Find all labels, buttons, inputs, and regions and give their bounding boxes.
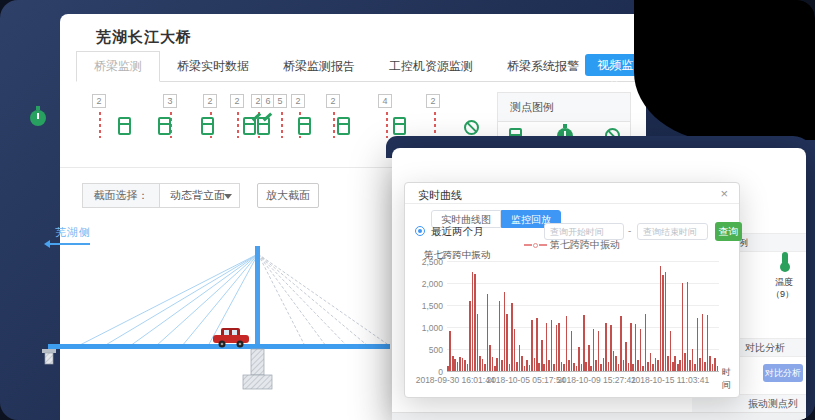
bridge-tower <box>255 246 260 348</box>
chart-bar <box>717 366 719 371</box>
y-tick-label: 2,000 <box>407 279 443 289</box>
main-tab-4[interactable]: 桥梁系统报警 <box>490 52 596 81</box>
legend-marker-line <box>524 244 532 246</box>
chart-bar <box>623 360 625 371</box>
gridline <box>447 371 719 372</box>
chart-bar <box>588 345 590 371</box>
compare-analysis-button[interactable]: 对比分析 <box>763 364 803 382</box>
chart-bar <box>603 358 605 371</box>
chart-bar <box>657 360 659 371</box>
chart-bar <box>684 353 686 371</box>
temperature-count: （9） <box>771 288 794 301</box>
chart-bar <box>581 364 583 371</box>
chart-bar <box>462 358 464 371</box>
chart-bar <box>618 364 620 371</box>
chart-bar <box>521 356 523 371</box>
chart-bar <box>687 282 689 371</box>
legend-panel-title: 测点图例 <box>498 93 630 122</box>
chart-bar <box>665 272 667 371</box>
chart-bar <box>548 360 550 371</box>
chart-bar <box>667 356 669 371</box>
chart-bar <box>479 356 481 371</box>
main-tab-3[interactable]: 工控机资源监测 <box>372 52 490 81</box>
chart-bar <box>524 366 526 371</box>
chart-bar <box>492 357 494 371</box>
close-icon[interactable]: × <box>720 186 728 201</box>
chart-bar <box>509 364 511 371</box>
chart-bar <box>660 266 662 371</box>
chart-bar <box>699 358 701 371</box>
chart-bar <box>561 362 563 371</box>
chart-bar <box>541 340 543 371</box>
time-range-dash: - <box>628 225 631 236</box>
section-select-label: 截面选择： <box>82 183 160 208</box>
chart-bar <box>689 360 691 371</box>
y-tick-label: 2,500 <box>407 257 443 267</box>
y-tick-label: 1,500 <box>407 301 443 311</box>
realtime-curve-modal: 实时曲线 × 实时曲线图 监控回放 最近两个月 - 查询 第七跨跨中振动 第七跨… <box>404 182 740 398</box>
chart-bar <box>655 358 657 371</box>
chart-bar <box>598 331 600 371</box>
black-corner-backdrop <box>634 0 815 142</box>
chart-bar <box>558 323 560 371</box>
chart-bar <box>467 364 469 371</box>
chart-bar <box>566 316 568 371</box>
main-tab-2[interactable]: 桥梁监测报告 <box>266 52 372 81</box>
chart-bar <box>600 364 602 371</box>
gridline <box>447 261 719 262</box>
chart-bar <box>694 364 696 371</box>
chart-bar <box>645 314 647 371</box>
chart-bar <box>511 303 513 371</box>
page-title: 芜湖长江大桥 <box>96 28 192 47</box>
chart-bar <box>707 315 709 371</box>
zoom-section-button[interactable]: 放大截面 <box>257 183 319 208</box>
chart-bar <box>529 365 531 371</box>
chart-bar <box>501 360 503 371</box>
chart-bar <box>672 362 674 371</box>
chart-bar <box>546 323 548 371</box>
window2-right-band <box>806 140 815 420</box>
chart-bar <box>608 362 610 371</box>
chart-bar <box>674 356 676 371</box>
legend-marker-line <box>539 244 547 246</box>
detail-window-footer <box>392 412 806 420</box>
chart-bar <box>709 356 711 371</box>
chart-bar <box>670 331 672 371</box>
chart-bar <box>615 356 617 371</box>
chart-bar <box>482 359 484 371</box>
main-tab-0[interactable]: 桥梁监测 <box>76 51 160 82</box>
chart-bar <box>620 316 622 371</box>
chart-bar <box>543 364 545 371</box>
section-select-value: 动态背立面 <box>170 189 225 201</box>
chart-bar <box>484 364 486 371</box>
gridline <box>447 283 719 284</box>
chart-bar <box>487 294 489 371</box>
chart-bar <box>506 314 508 371</box>
recent-two-months-radio[interactable] <box>415 226 425 236</box>
main-tab-bar: 桥梁监测桥梁实时数据桥梁监测报告工控机资源监测桥梁系统报警 <box>76 54 646 82</box>
chart-bar <box>702 314 704 371</box>
chart-bar <box>536 318 538 371</box>
chart-bar <box>704 362 706 371</box>
chart-bar <box>583 315 585 371</box>
recent-two-months-label: 最近两个月 <box>431 225 484 239</box>
legend-series-name: 第七跨跨中振动 <box>550 239 620 250</box>
chart-bar <box>449 331 451 371</box>
chart-bar <box>613 351 615 371</box>
chart-bar <box>514 329 516 371</box>
x-tick-label: 2018-10-15 11:03:41 <box>631 375 709 385</box>
modal-title: 实时曲线 <box>418 188 462 203</box>
bridge-diagram <box>40 218 400 420</box>
chart-bar <box>635 324 637 372</box>
chart-bar <box>538 363 540 371</box>
chart-bar <box>652 364 654 371</box>
main-tab-1[interactable]: 桥梁实时数据 <box>160 52 266 81</box>
chart-bar <box>489 345 491 371</box>
section-select-dropdown[interactable]: 动态背立面 <box>160 183 240 208</box>
chart-bar <box>578 347 580 371</box>
chevron-down-icon <box>224 194 232 199</box>
chart-bar <box>469 301 471 371</box>
chart-bar <box>640 329 642 371</box>
chart-bar <box>595 360 597 371</box>
thermometer-icon <box>780 252 790 272</box>
